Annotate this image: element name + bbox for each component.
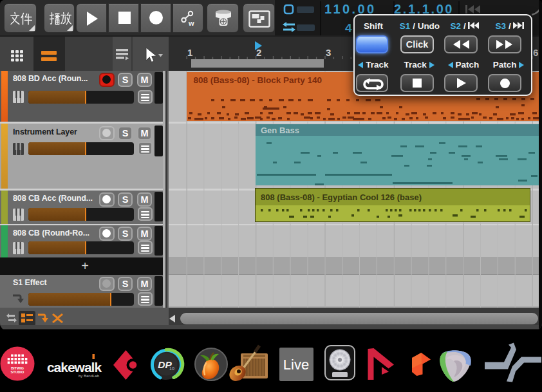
svg-text:w: w: [188, 19, 194, 27]
svg-text:10: 10: [169, 366, 174, 371]
svg-text:by BandLab: by BandLab: [79, 374, 100, 378]
svg-text:cakewalk: cakewalk: [47, 360, 102, 375]
svg-text:STUDIO: STUDIO: [11, 370, 25, 374]
svg-text:Live: Live: [283, 357, 309, 373]
